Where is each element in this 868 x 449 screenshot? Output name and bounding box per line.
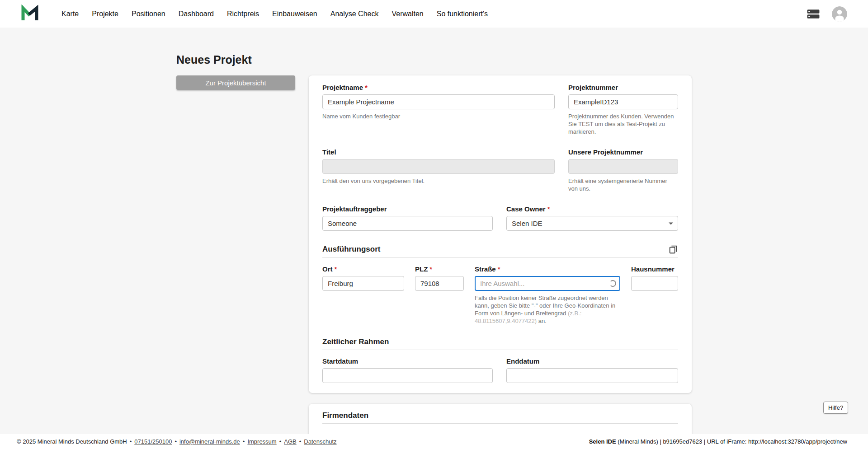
nav-item-positionen[interactable]: Positionen (132, 10, 165, 18)
enddatum-input[interactable] (506, 368, 678, 383)
field-projektnummer: Projektnummer Projektnummer des Kunden. … (568, 84, 678, 136)
field-hausnummer: Hausnummer (631, 265, 678, 325)
nav-item-einbauweisen[interactable]: Einbauweisen (272, 10, 317, 18)
nav-item-analyse-check[interactable]: Analyse Check (330, 10, 379, 18)
user-avatar[interactable] (832, 6, 847, 22)
page-title: Neues Projekt (176, 53, 692, 66)
field-projektname: Projektname* Name vom Kunden festlegbar (322, 84, 555, 136)
strasse-helper: Falls die Position keiner Straße zugeord… (475, 294, 620, 325)
projektnummer-label: Projektnummer (568, 84, 678, 91)
field-case-owner: Case Owner* Selen IDE (506, 205, 678, 231)
footer-meta: (Mineral Minds) | b91695ed7623 | URL of … (616, 438, 847, 445)
footer-link-impressum[interactable]: Impressum (247, 438, 276, 445)
footer-separator: • (299, 438, 302, 445)
projektauftraggeber-input[interactable] (322, 216, 493, 231)
titel-helper: Erhält den von uns vorgegebenen Titel. (322, 177, 555, 185)
projektname-input[interactable] (322, 94, 555, 109)
footer: © 2025 Mineral Minds Deutschland GmbH • … (0, 434, 868, 449)
footer-separator: • (243, 438, 245, 445)
case-owner-value: Selen IDE (512, 220, 542, 227)
ort-label: Ort* (322, 265, 404, 273)
section-title-ausfuehrungsort: Ausführungsort (322, 245, 380, 254)
plz-input[interactable] (415, 276, 464, 291)
footer-user: Selen IDE (589, 438, 616, 445)
case-owner-label: Case Owner* (506, 205, 678, 213)
section-firmendaten: Firmendaten (322, 411, 678, 424)
projektname-helper: Name vom Kunden festlegbar (322, 112, 555, 120)
required-asterisk: * (365, 84, 368, 91)
field-startdatum: Startdatum (322, 357, 493, 383)
copy-address-button[interactable] (668, 244, 678, 254)
field-titel: Titel Erhält den von uns vorgegebenen Ti… (322, 148, 555, 192)
main-content: Neues Projekt Zur Projektübersicht Proje… (0, 28, 868, 434)
titel-label: Titel (322, 148, 555, 156)
server-icon[interactable] (807, 9, 820, 19)
footer-separator: • (130, 438, 132, 445)
navbar-actions (807, 6, 847, 22)
hausnummer-input[interactable] (631, 276, 678, 291)
footer-link-email[interactable]: info@mineral-minds.de (179, 438, 240, 445)
field-projektauftraggeber: Projektauftraggeber (322, 205, 493, 231)
nav-item-verwalten[interactable]: Verwalten (392, 10, 423, 18)
footer-link-agb[interactable]: AGB (284, 438, 296, 445)
section-title-zeitlicher-rahmen: Zeitlicher Rahmen (322, 337, 389, 346)
required-asterisk: * (547, 205, 550, 213)
section-title-firmendaten: Firmendaten (322, 411, 368, 420)
unsere-projektnummer-label: Unsere Projektnummer (568, 148, 678, 156)
copy-icon (668, 244, 678, 254)
footer-session-info: Selen IDE (Mineral Minds) | b91695ed7623… (589, 438, 847, 445)
titel-input (322, 159, 555, 174)
required-asterisk: * (335, 265, 337, 273)
section-ausfuehrungsort: Ausführungsort (322, 244, 678, 258)
startdatum-label: Startdatum (322, 357, 493, 365)
ort-input[interactable] (322, 276, 404, 291)
footer-separator: • (279, 438, 282, 445)
unsere-projektnummer-helper: Erhält eine systemgenerierte Nummer von … (568, 177, 678, 192)
unsere-projektnummer-input (568, 159, 678, 174)
case-owner-select[interactable]: Selen IDE (506, 216, 678, 231)
loading-spinner-icon (609, 280, 616, 287)
required-asterisk: * (429, 265, 432, 273)
main-nav: Karte Projekte Positionen Dashboard Rich… (61, 10, 488, 18)
field-plz: PLZ* (415, 265, 464, 325)
project-overview-button[interactable]: Zur Projektübersicht (176, 75, 295, 90)
chevron-down-icon (669, 222, 673, 224)
nav-item-so-funktionierts[interactable]: So funktioniert's (437, 10, 488, 18)
field-ort: Ort* (322, 265, 404, 325)
firmendaten-card: Firmendaten (309, 404, 692, 434)
navbar: Karte Projekte Positionen Dashboard Rich… (0, 0, 868, 28)
nav-item-richtpreis[interactable]: Richtpreis (227, 10, 259, 18)
field-strasse: Straße* Falls die Position keiner Straße… (475, 265, 620, 325)
copyright-text: © 2025 Mineral Minds Deutschland GmbH (17, 438, 127, 445)
app-logo[interactable] (21, 5, 39, 23)
field-enddatum: Enddatum (506, 357, 678, 383)
logo-icon (21, 5, 39, 23)
projektauftraggeber-label: Projektauftraggeber (322, 205, 493, 213)
help-button[interactable]: Hilfe? (823, 402, 848, 414)
strasse-input[interactable] (475, 276, 620, 291)
project-form-card: Projektname* Name vom Kunden festlegbar … (309, 75, 692, 393)
hausnummer-label: Hausnummer (631, 265, 678, 273)
enddatum-label: Enddatum (506, 357, 678, 365)
person-icon (832, 6, 847, 22)
nav-item-projekte[interactable]: Projekte (92, 10, 118, 18)
strasse-label: Straße* (475, 265, 620, 273)
plz-label: PLZ* (415, 265, 464, 273)
footer-link-datenschutz[interactable]: Datenschutz (304, 438, 336, 445)
projektnummer-input[interactable] (568, 94, 678, 109)
footer-separator: • (175, 438, 177, 445)
footer-link-phone[interactable]: 07151/250100 (134, 438, 172, 445)
startdatum-input[interactable] (322, 368, 493, 383)
nav-item-dashboard[interactable]: Dashboard (179, 10, 214, 18)
projektnummer-helper: Projektnummer des Kunden. Verwenden Sie … (568, 112, 678, 136)
projektname-label: Projektname* (322, 84, 555, 91)
nav-item-karte[interactable]: Karte (61, 10, 79, 18)
section-zeitlicher-rahmen: Zeitlicher Rahmen (322, 337, 678, 350)
footer-left: © 2025 Mineral Minds Deutschland GmbH • … (17, 438, 337, 445)
field-unsere-projektnummer: Unsere Projektnummer Erhält eine systemg… (568, 148, 678, 192)
required-asterisk: * (498, 265, 500, 273)
